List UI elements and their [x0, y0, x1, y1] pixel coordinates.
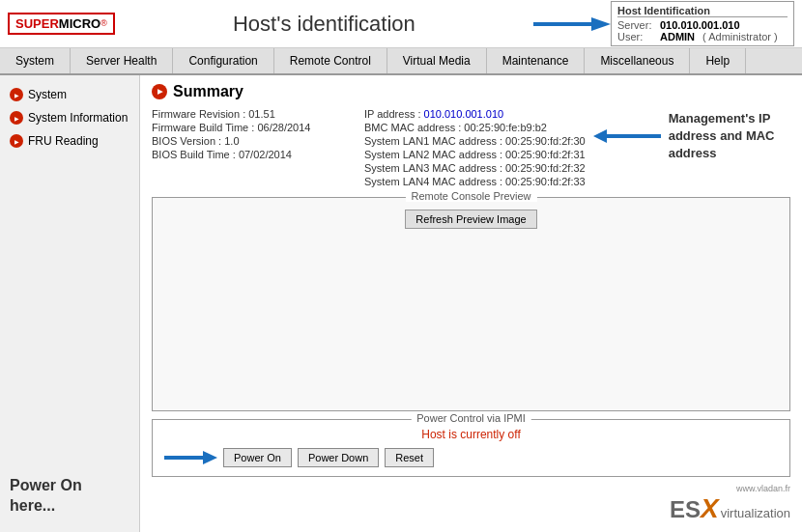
lan3-mac-value: 00:25:90:fd:2f:32 [505, 162, 586, 174]
esx-logo: www.vladan.fr ESXvirtualization [670, 484, 790, 524]
page-title: Host's identification [115, 12, 533, 37]
bios-build-value: 07/02/2014 [239, 149, 292, 160]
host-id-title: Host Identification [617, 5, 788, 17]
ip-address-row: IP address : 010.010.001.010 [364, 108, 586, 120]
bmc-mac-value: 00:25:90:fe:b9:b2 [464, 122, 547, 133]
host-identification-box: Host Identification Server: 010.010.001.… [611, 1, 794, 46]
lan3-mac-label: System LAN3 MAC address : [364, 162, 505, 174]
host-id-user-role: ( Administrator ) [702, 31, 778, 42]
sidebar-label-system-info: System Information [28, 111, 128, 125]
nav-server-health[interactable]: Server Health [71, 48, 173, 73]
nav-system[interactable]: System [0, 48, 71, 73]
sidebar-bullet-system-info [10, 111, 23, 125]
lan4-mac-row: System LAN4 MAC address : 00:25:90:fd:2f… [364, 176, 586, 187]
lan3-mac-row: System LAN3 MAC address : 00:25:90:fd:2f… [364, 162, 586, 174]
host-id-server-value: 010.010.001.010 [660, 19, 740, 31]
arrow-to-hostid-icon [533, 14, 611, 35]
annotation-line3: address [669, 146, 717, 160]
esx-url: www.vladan.fr [670, 484, 790, 493]
nav-virtual-media[interactable]: Virtual Media [387, 48, 487, 73]
esx-virtualization-text: virtualization [721, 506, 790, 520]
lan4-mac-label: System LAN4 MAC address : [364, 176, 505, 187]
sidebar-bullet-system [10, 88, 23, 101]
logo-super: SUPER [15, 16, 59, 31]
svg-marker-5 [203, 451, 217, 464]
power-buttons: Power On Power Down Reset [164, 447, 778, 468]
firmware-build-row: Firmware Build Time : 06/28/2014 [152, 122, 345, 133]
bios-build-row: BIOS Build Time : 07/02/2014 [152, 149, 345, 160]
host-id-server-label: Server: [617, 19, 656, 31]
host-id-user-label: User: [617, 31, 656, 42]
sidebar-annotation: Power Onhere... [0, 468, 139, 524]
firmware-build-label: Firmware Build Time : [152, 122, 257, 133]
esx-x-letter: X [701, 493, 719, 523]
svg-marker-1 [591, 17, 611, 31]
logo-micro: MICRO [59, 16, 100, 31]
info-left: Firmware Revision : 01.51 Firmware Build… [152, 108, 345, 189]
summary-bullet [152, 84, 167, 99]
esx-brand-text: ESXvirtualization [670, 493, 790, 524]
lan2-mac-label: System LAN2 MAC address : [364, 149, 505, 160]
summary-label: Summary [173, 83, 243, 100]
nav-miscellaneous[interactable]: Miscellaneous [585, 48, 690, 73]
host-id-user-value: ADMIN [660, 31, 695, 42]
bios-version-row: BIOS Version : 1.0 [152, 135, 345, 147]
nav-remote-control[interactable]: Remote Control [274, 48, 387, 73]
power-on-button[interactable]: Power On [223, 448, 292, 467]
bios-build-label: BIOS Build Time : [152, 149, 239, 160]
sidebar-label-system: System [28, 88, 67, 101]
lan1-mac-label: System LAN1 MAC address : [364, 135, 505, 147]
lan2-mac-value: 00:25:90:fd:2f:31 [505, 149, 586, 160]
remote-console-title: Remote Console Preview [405, 190, 536, 202]
bmc-mac-label: BMC MAC address : [364, 122, 464, 133]
nav-configuration[interactable]: Configuration [173, 48, 273, 73]
lan4-mac-value: 00:25:90:fd:2f:33 [505, 176, 586, 187]
content-area: Summary Firmware Revision : 01.51 Firmwa… [140, 75, 802, 532]
info-area: Firmware Revision : 01.51 Firmware Build… [152, 108, 790, 189]
annotation-line1: Management's IP [669, 111, 771, 126]
svg-marker-3 [593, 129, 607, 143]
arrow-to-poweron-icon [164, 447, 217, 468]
power-inner: Host is currently off Power On Power Dow… [153, 420, 789, 476]
ip-address-value: 010.010.001.010 [424, 108, 504, 120]
bmc-mac-row: BMC MAC address : 00:25:90:fe:b9:b2 [364, 122, 586, 133]
nav-help[interactable]: Help [690, 48, 746, 73]
bios-version-label: BIOS Version : [152, 135, 224, 147]
refresh-preview-button[interactable]: Refresh Preview Image [405, 210, 536, 229]
power-control-title: Power Control via IPMI [411, 412, 530, 424]
supermicro-logo: SUPERMICRO ® [8, 13, 115, 35]
sidebar-item-system[interactable]: System [0, 83, 139, 106]
firmware-revision-row: Firmware Revision : 01.51 [152, 108, 345, 120]
lan2-mac-row: System LAN2 MAC address : 00:25:90:fd:2f… [364, 149, 586, 160]
ip-address-label: IP address : [364, 108, 424, 120]
power-status: Host is currently off [164, 428, 778, 441]
ip-mac-annotation: Management's IP address and MAC address [669, 110, 775, 163]
sidebar-item-system-information[interactable]: System Information [0, 106, 139, 129]
nav-maintenance[interactable]: Maintenance [487, 48, 586, 73]
preview-inner: Refresh Preview Image [153, 198, 789, 410]
navbar: System Server Health Configuration Remot… [0, 48, 802, 75]
firmware-revision-label: Firmware Revision : [152, 108, 248, 120]
esx-s-letter: S [685, 496, 701, 522]
power-down-button[interactable]: Power Down [298, 448, 379, 467]
lan1-mac-row: System LAN1 MAC address : 00:25:90:fd:2f… [364, 135, 586, 147]
sidebar-item-fru-reading[interactable]: FRU Reading [0, 129, 139, 153]
annotation-line2: address and MAC [669, 128, 775, 143]
esx-e-letter: E [670, 496, 685, 522]
sidebar-label-fru: FRU Reading [28, 134, 99, 148]
info-right: IP address : 010.010.001.010 BMC MAC add… [364, 108, 790, 189]
sidebar: System System Information FRU Reading Po… [0, 75, 140, 532]
bios-version-value: 1.0 [224, 135, 239, 147]
power-on-annotation: Power Onhere... [10, 476, 129, 517]
sidebar-bullet-fru [10, 134, 23, 148]
reset-button[interactable]: Reset [385, 448, 434, 467]
power-control-box: Power Control via IPMI Host is currently… [152, 419, 790, 477]
remote-console-preview-box: Remote Console Preview Refresh Preview I… [152, 197, 790, 411]
summary-title: Summary [152, 83, 790, 100]
lan1-mac-value: 00:25:90:fd:2f:30 [505, 135, 586, 147]
firmware-revision-value: 01.51 [248, 108, 275, 120]
arrow-to-ip-icon [593, 126, 661, 147]
firmware-build-value: 06/28/2014 [257, 122, 310, 133]
logo-area: SUPERMICRO ® [8, 13, 115, 35]
ip-mac-info: IP address : 010.010.001.010 BMC MAC add… [364, 108, 586, 189]
